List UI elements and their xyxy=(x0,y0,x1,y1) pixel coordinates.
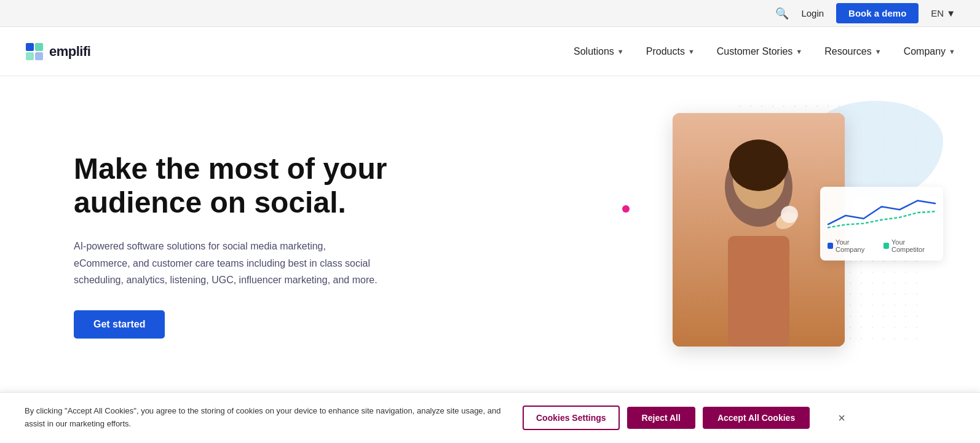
logo[interactable]: emplifi xyxy=(25,42,90,61)
svg-point-7 xyxy=(729,139,788,191)
hero-subtitle: AI-powered software solutions for social… xyxy=(74,238,381,288)
chevron-down-icon: ▼ xyxy=(949,48,955,55)
hero-section: Make the most of your audience on social… xyxy=(0,76,980,402)
pink-dot-decoration xyxy=(622,205,630,213)
chevron-down-icon: ▼ xyxy=(796,48,802,55)
competitor-label: Your Competitor xyxy=(891,238,936,253)
svg-rect-2 xyxy=(26,52,34,60)
solutions-label: Solutions xyxy=(574,46,614,57)
nav-item-products[interactable]: Products ▼ xyxy=(646,46,695,57)
chevron-down-icon: ▼ xyxy=(688,48,695,55)
nav-item-customer-stories[interactable]: Customer Stories ▼ xyxy=(717,46,802,57)
legend-your-company: Your Company xyxy=(828,238,876,253)
legend-dot-blue xyxy=(828,243,833,249)
customer-stories-label: Customer Stories xyxy=(717,46,793,57)
your-company-label: Your Company xyxy=(836,238,876,253)
svg-rect-3 xyxy=(35,52,43,60)
hero-image xyxy=(673,113,845,347)
chevron-down-icon: ▼ xyxy=(946,8,955,18)
legend-competitor: Your Competitor xyxy=(883,238,936,253)
chart-svg xyxy=(828,194,936,231)
top-bar: 🔍 Login Book a demo EN ▼ xyxy=(0,0,980,27)
language-label: EN xyxy=(931,8,944,18)
hero-title: Make the most of your audience on social… xyxy=(74,152,418,219)
svg-point-10 xyxy=(781,206,798,223)
main-navigation: emplifi Solutions ▼ Products ▼ Customer … xyxy=(0,27,980,76)
hero-content: Make the most of your audience on social… xyxy=(74,152,418,339)
chevron-down-icon: ▼ xyxy=(617,48,624,55)
hero-cta-button[interactable]: Get started xyxy=(74,310,165,339)
search-icon[interactable]: 🔍 xyxy=(775,7,789,20)
cookie-banner: By clicking "Accept All Cookies", you ag… xyxy=(0,392,980,402)
svg-rect-0 xyxy=(26,43,34,51)
book-demo-button[interactable]: Book a demo xyxy=(836,3,919,23)
chevron-down-icon: ▼ xyxy=(875,48,882,55)
nav-item-company[interactable]: Company ▼ xyxy=(904,46,955,57)
hero-visual: Your Company Your Competitor xyxy=(550,76,980,402)
products-label: Products xyxy=(646,46,685,57)
nav-item-solutions[interactable]: Solutions ▼ xyxy=(574,46,624,57)
resources-label: Resources xyxy=(824,46,871,57)
company-label: Company xyxy=(904,46,946,57)
chart-legend: Your Company Your Competitor xyxy=(828,238,936,253)
nav-links: Solutions ▼ Products ▼ Customer Stories … xyxy=(574,46,955,57)
login-link[interactable]: Login xyxy=(801,8,824,18)
logo-text: emplifi xyxy=(49,44,90,60)
legend-dot-teal xyxy=(883,243,889,249)
language-selector[interactable]: EN ▼ xyxy=(931,8,955,18)
hero-product-image xyxy=(673,113,845,347)
svg-rect-8 xyxy=(728,236,789,347)
hero-person-svg xyxy=(673,113,845,347)
logo-icon xyxy=(25,42,44,61)
nav-item-resources[interactable]: Resources ▼ xyxy=(824,46,881,57)
svg-rect-1 xyxy=(35,43,43,51)
chart-overlay: Your Company Your Competitor xyxy=(820,187,943,261)
